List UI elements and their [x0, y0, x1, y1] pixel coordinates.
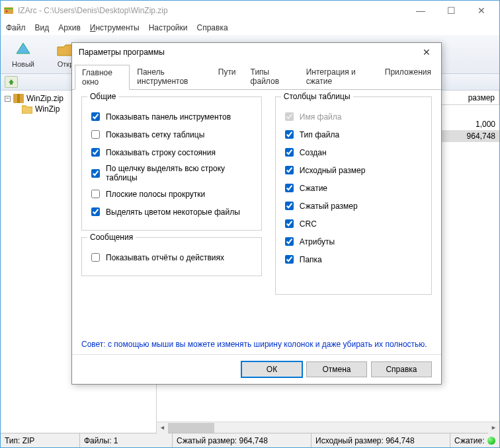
tab-integration[interactable]: Интеграция и сжатие	[299, 64, 378, 89]
menu-settings[interactable]: Настройки	[149, 23, 188, 32]
titlebar-text: IZArc - C:\Users\Denis\Desktop\WinZip.zi…	[18, 6, 405, 15]
tab-main[interactable]: Главное окно	[75, 65, 130, 90]
dialog-titlebar: Параметры программы ✕	[72, 43, 441, 61]
tab-paths[interactable]: Пути	[211, 64, 243, 89]
chk-compression[interactable]: Сжатие	[282, 182, 425, 194]
svg-rect-6	[17, 94, 20, 103]
menu-view[interactable]: Вид	[35, 23, 50, 32]
tool-new[interactable]: Новый	[5, 40, 42, 68]
cancel-button[interactable]: Отмена	[306, 361, 367, 377]
status-type: Тип: ZIP	[1, 433, 80, 447]
chk-show-status[interactable]: Показывать строку состояния	[89, 146, 255, 159]
hint-text: Совет: с помощью мыши вы можете изменять…	[72, 334, 441, 354]
status-compress: Сжатие:	[450, 433, 499, 447]
chk-packedsize[interactable]: Сжатый размер	[282, 200, 425, 212]
group-columns: Столбцы таблицы Имя файла Тип файла Созд…	[275, 96, 432, 295]
chk-show-toolbar[interactable]: Показывать панель инструментов	[89, 110, 255, 123]
chk-folder[interactable]: Папка	[282, 253, 425, 266]
dialog-buttons: ОК Отмена Справка	[72, 354, 441, 384]
new-icon	[14, 40, 32, 59]
col-size[interactable]: размер	[446, 91, 499, 104]
scroll-right-icon[interactable]: ►	[488, 422, 499, 433]
scroll-left-icon[interactable]: ◄	[157, 422, 168, 433]
statusbar: Тип: ZIP Файлы: 1 Сжатый размер: 964,748…	[1, 433, 499, 447]
chk-filename: Имя файла	[282, 110, 425, 123]
tab-apps[interactable]: Приложения	[378, 64, 438, 89]
group-general: Общие Показывать панель инструментов Пок…	[81, 96, 262, 231]
app-icon	[3, 5, 14, 16]
titlebar: IZArc - C:\Users\Denis\Desktop\WinZip.zi…	[1, 1, 499, 20]
menu-archive[interactable]: Архив	[58, 23, 81, 32]
minimize-button[interactable]: —	[405, 1, 436, 20]
chk-filetype[interactable]: Тип файла	[282, 128, 425, 141]
settings-dialog: Параметры программы ✕ Главное окно Панел…	[71, 42, 442, 385]
tabbar: Главное окно Панель инструментов Пути Ти…	[72, 64, 441, 90]
dialog-body: Общие Показывать панель инструментов Пок…	[72, 90, 441, 334]
horizontal-scrollbar[interactable]: ◄ ►	[157, 422, 499, 433]
maximize-button[interactable]: ☐	[436, 1, 466, 20]
tree-collapse-icon[interactable]: −	[5, 96, 11, 102]
status-packed: Сжатый размер: 964,748	[173, 433, 312, 447]
dialog-close-button[interactable]: ✕	[419, 44, 435, 60]
chk-origsize[interactable]: Исходный размер	[282, 164, 425, 176]
chk-highlight[interactable]: Выделять цветом некоторые файлы	[89, 205, 255, 218]
archive-icon	[13, 94, 24, 103]
menu-help[interactable]: Справка	[197, 23, 228, 32]
chk-created[interactable]: Создан	[282, 146, 425, 159]
chk-click-row[interactable]: По щелчку выделять всю строку таблицы	[89, 164, 255, 182]
status-files: Файлы: 1	[80, 433, 173, 447]
chk-crc[interactable]: CRC	[282, 217, 425, 230]
svg-point-2	[6, 11, 8, 13]
ok-button[interactable]: ОК	[241, 361, 302, 377]
folder-icon	[22, 104, 32, 114]
up-folder-icon[interactable]	[5, 76, 18, 88]
group-messages: Сообщения Показывать отчёты о действиях	[81, 237, 262, 276]
svg-rect-1	[5, 8, 13, 9]
help-button[interactable]: Справка	[371, 361, 432, 377]
status-led-icon	[487, 437, 495, 445]
chk-attrs[interactable]: Атрибуты	[282, 235, 425, 248]
scroll-thumb[interactable]	[168, 423, 214, 433]
chk-reports[interactable]: Показывать отчёты о действиях	[89, 251, 255, 264]
menubar: Файл Вид Архив Инструменты Настройки Спр…	[1, 20, 499, 35]
menu-file[interactable]: Файл	[6, 23, 26, 32]
menu-tools[interactable]: Инструменты	[90, 23, 140, 32]
chk-flat-scroll[interactable]: Плоские полосы прокрутки	[89, 188, 255, 200]
status-orig: Исходный размер: 964,748	[312, 433, 450, 447]
chk-show-grid[interactable]: Показывать сетку таблицы	[89, 128, 255, 141]
close-button[interactable]: ✕	[466, 1, 497, 20]
dialog-title: Параметры программы	[79, 48, 419, 57]
tab-filetypes[interactable]: Типы файлов	[243, 64, 299, 89]
tab-toolbar[interactable]: Панель инструментов	[130, 64, 210, 89]
